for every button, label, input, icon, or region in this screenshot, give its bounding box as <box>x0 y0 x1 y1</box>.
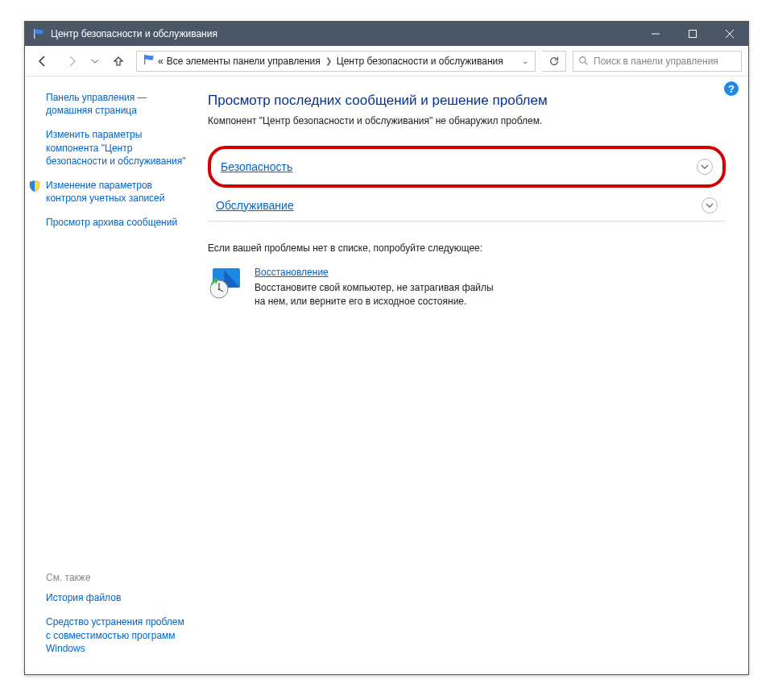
sidebar-archive-link[interactable]: Просмотр архива сообщений <box>46 216 190 229</box>
chevron-right-icon: ❯ <box>325 56 332 65</box>
highlight-annotation: Безопасность <box>208 146 726 188</box>
back-button[interactable] <box>31 50 54 72</box>
recovery-link[interactable]: Восстановление <box>255 267 329 278</box>
minimize-button[interactable] <box>637 22 674 46</box>
sidebar-compat-troubleshoot-link[interactable]: Средство устранения проблем с совместимо… <box>46 615 190 655</box>
main-content: ? Просмотр последних сообщений и решение… <box>198 77 748 674</box>
shield-icon <box>28 180 41 193</box>
not-found-text: Если вашей проблемы нет в списке, попроб… <box>208 242 726 254</box>
chevron-down-icon[interactable]: ⌄ <box>522 56 528 65</box>
sidebar-uac-link[interactable]: Изменение параметров контроля учетных за… <box>46 179 190 205</box>
refresh-button[interactable] <box>542 51 566 72</box>
search-icon <box>578 56 589 66</box>
security-section[interactable]: Безопасность <box>213 151 721 183</box>
search-box[interactable] <box>573 51 742 72</box>
recovery-icon <box>208 267 243 299</box>
breadcrumb-prefix: « <box>158 56 163 67</box>
flag-icon <box>143 54 155 68</box>
up-button[interactable] <box>107 50 130 72</box>
recovery-block: Восстановление Восстановите свой компьют… <box>208 267 498 309</box>
forward-button[interactable] <box>60 50 83 72</box>
see-also-label: См. также <box>46 572 190 583</box>
sidebar-file-history-link[interactable]: История файлов <box>46 591 190 604</box>
page-subtext: Компонент "Центр безопасности и обслужив… <box>208 115 726 126</box>
maximize-button[interactable] <box>674 22 711 46</box>
recovery-text: Восстановление Восстановите свой компьют… <box>255 267 498 309</box>
close-button[interactable] <box>711 22 748 46</box>
help-icon[interactable]: ? <box>724 81 739 96</box>
flag-icon <box>33 28 44 39</box>
control-panel-window: Центр безопасности и обслуживания <box>24 21 749 675</box>
svg-rect-0 <box>689 31 697 38</box>
titlebar: Центр безопасности и обслуживания <box>25 22 748 46</box>
window-title: Центр безопасности и обслуживания <box>51 28 637 39</box>
maintenance-section[interactable]: Обслуживание <box>208 189 726 222</box>
recovery-desc: Восстановите свой компьютер, не затрагив… <box>255 281 498 309</box>
chevron-down-icon <box>697 159 713 175</box>
breadcrumb-item[interactable]: Центр безопасности и обслуживания <box>337 56 503 67</box>
search-input[interactable] <box>594 56 736 67</box>
svg-point-1 <box>580 57 586 63</box>
toolbar: « Все элементы панели управления ❯ Центр… <box>25 46 748 77</box>
breadcrumb[interactable]: « Все элементы панели управления ❯ Центр… <box>136 51 536 72</box>
page-title: Просмотр последних сообщений и решение п… <box>208 93 726 109</box>
sidebar: Панель управления — домашняя страница Из… <box>25 77 198 674</box>
body: Панель управления — домашняя страница Из… <box>25 77 748 674</box>
sidebar-change-settings-link[interactable]: Изменить параметры компонента "Центр без… <box>46 128 190 168</box>
recent-dropdown[interactable] <box>89 50 101 72</box>
security-label: Безопасность <box>221 160 697 173</box>
breadcrumb-item[interactable]: Все элементы панели управления <box>167 56 321 67</box>
sidebar-home-link[interactable]: Панель управления — домашняя страница <box>46 91 190 117</box>
chevron-down-icon <box>702 197 718 213</box>
maintenance-label: Обслуживание <box>216 199 702 212</box>
